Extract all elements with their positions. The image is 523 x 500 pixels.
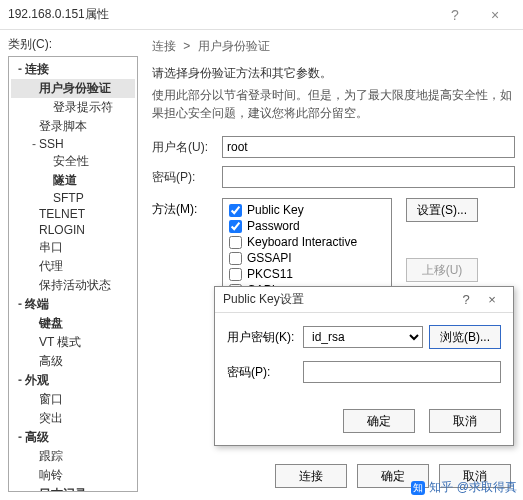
tree-node-label: 高级 bbox=[39, 354, 63, 368]
breadcrumb-current: 用户身份验证 bbox=[198, 39, 270, 53]
tree-node-label: 登录脚本 bbox=[39, 119, 87, 133]
subdlg-buttons: 确定 取消 bbox=[215, 401, 513, 445]
username-row: 用户名(U): bbox=[152, 136, 515, 158]
tree-node-label: 突出 bbox=[39, 411, 63, 425]
tree-node[interactable]: 响铃 bbox=[11, 466, 135, 485]
method-checkbox[interactable] bbox=[229, 268, 242, 281]
left-panel: 类别(C): -连接用户身份验证登录提示符登录脚本-SSH安全性隧道SFTPTE… bbox=[8, 36, 138, 492]
tree-node-label: TELNET bbox=[39, 207, 85, 221]
method-label: PKCS11 bbox=[247, 267, 293, 281]
tree-node-label: 隧道 bbox=[53, 173, 77, 187]
browse-button[interactable]: 浏览(B)... bbox=[429, 325, 501, 349]
tree-node[interactable]: 高级 bbox=[11, 352, 135, 371]
close-button[interactable]: × bbox=[475, 7, 515, 23]
method-label: Password bbox=[247, 219, 300, 233]
breadcrumb: 连接 > 用户身份验证 bbox=[152, 38, 515, 55]
method-checkbox[interactable] bbox=[229, 204, 242, 217]
tree-node-label: 串口 bbox=[39, 240, 63, 254]
tree-node[interactable]: 登录脚本 bbox=[11, 117, 135, 136]
settings-button[interactable]: 设置(S)... bbox=[406, 198, 478, 222]
method-option[interactable]: Password bbox=[229, 218, 385, 234]
methods-label: 方法(M): bbox=[152, 198, 222, 218]
method-option[interactable]: Public Key bbox=[229, 202, 385, 218]
tree-toggle-icon[interactable]: - bbox=[29, 137, 39, 151]
tree-node[interactable]: 键盘 bbox=[11, 314, 135, 333]
watermark-brand: 知乎 bbox=[429, 479, 453, 496]
tree-node[interactable]: 隧道 bbox=[11, 171, 135, 190]
subdlg-password-row: 密码(P): bbox=[227, 361, 501, 383]
hint-text: 使用此部分以节省登录时间。但是，为了最大限度地提高安全性，如果担心安全问题，建议… bbox=[152, 86, 515, 122]
tree-node-label: 终端 bbox=[25, 297, 49, 311]
subdlg-password-input[interactable] bbox=[303, 361, 501, 383]
description: 请选择身份验证方法和其它参数。 bbox=[152, 65, 515, 82]
method-checkbox[interactable] bbox=[229, 220, 242, 233]
subdlg-cancel-button[interactable]: 取消 bbox=[429, 409, 501, 433]
category-tree[interactable]: -连接用户身份验证登录提示符登录脚本-SSH安全性隧道SFTPTELNETRLO… bbox=[8, 56, 138, 492]
tree-toggle-icon[interactable]: - bbox=[15, 430, 25, 444]
tree-node[interactable]: VT 模式 bbox=[11, 333, 135, 352]
move-up-button: 上移(U) bbox=[406, 258, 478, 282]
method-option[interactable]: GSSAPI bbox=[229, 250, 385, 266]
tree-node-label: 连接 bbox=[25, 62, 49, 76]
tree-node-label: 用户身份验证 bbox=[39, 81, 111, 95]
connect-button[interactable]: 连接 bbox=[275, 464, 347, 488]
tree-node[interactable]: 保持活动状态 bbox=[11, 276, 135, 295]
watermark: 知 知乎 @求取得真 bbox=[411, 479, 517, 496]
breadcrumb-sep: > bbox=[183, 39, 190, 53]
subdlg-help-button[interactable]: ? bbox=[453, 292, 479, 307]
subdlg-close-button[interactable]: × bbox=[479, 292, 505, 307]
tree-node-label: RLOGIN bbox=[39, 223, 85, 237]
tree-toggle-icon[interactable]: - bbox=[15, 297, 25, 311]
method-label: Keyboard Interactive bbox=[247, 235, 357, 249]
tree-node-label: 窗口 bbox=[39, 392, 63, 406]
tree-node[interactable]: RLOGIN bbox=[11, 222, 135, 238]
user-key-select[interactable]: id_rsa bbox=[303, 326, 423, 348]
tree-node[interactable]: 用户身份验证 bbox=[11, 79, 135, 98]
tree-node-label: 登录提示符 bbox=[53, 100, 113, 114]
tree-node-label: 日志记录 bbox=[39, 487, 87, 492]
watermark-author: @求取得真 bbox=[457, 479, 517, 496]
method-checkbox[interactable] bbox=[229, 252, 242, 265]
subdlg-title: Public Key设置 bbox=[223, 291, 453, 308]
tree-node-label: 保持活动状态 bbox=[39, 278, 111, 292]
tree-node[interactable]: 突出 bbox=[11, 409, 135, 428]
user-key-label: 用户密钥(K): bbox=[227, 329, 297, 346]
tree-node[interactable]: SFTP bbox=[11, 190, 135, 206]
tree-node[interactable]: -外观 bbox=[11, 371, 135, 390]
tree-node-label: 代理 bbox=[39, 259, 63, 273]
window-title: 192.168.0.151属性 bbox=[8, 6, 435, 23]
tree-node-label: 外观 bbox=[25, 373, 49, 387]
tree-node[interactable]: -连接 bbox=[11, 60, 135, 79]
tree-node-label: 跟踪 bbox=[39, 449, 63, 463]
tree-node[interactable]: -SSH bbox=[11, 136, 135, 152]
method-label: GSSAPI bbox=[247, 251, 292, 265]
tree-node-label: 响铃 bbox=[39, 468, 63, 482]
tree-toggle-icon[interactable]: - bbox=[15, 62, 25, 76]
tree-node-label: SFTP bbox=[53, 191, 84, 205]
tree-node[interactable]: 日志记录 bbox=[11, 485, 135, 492]
tree-node[interactable]: 串口 bbox=[11, 238, 135, 257]
password-input[interactable] bbox=[222, 166, 515, 188]
tree-node-label: 高级 bbox=[25, 430, 49, 444]
tree-node[interactable]: TELNET bbox=[11, 206, 135, 222]
method-option[interactable]: PKCS11 bbox=[229, 266, 385, 282]
tree-node[interactable]: 跟踪 bbox=[11, 447, 135, 466]
username-input[interactable] bbox=[222, 136, 515, 158]
subdlg-ok-button[interactable]: 确定 bbox=[343, 409, 415, 433]
subdlg-password-label: 密码(P): bbox=[227, 364, 297, 381]
breadcrumb-root[interactable]: 连接 bbox=[152, 39, 176, 53]
tree-node[interactable]: 登录提示符 bbox=[11, 98, 135, 117]
password-row: 密码(P): bbox=[152, 166, 515, 188]
tree-node[interactable]: 窗口 bbox=[11, 390, 135, 409]
tree-node[interactable]: 安全性 bbox=[11, 152, 135, 171]
method-option[interactable]: Keyboard Interactive bbox=[229, 234, 385, 250]
method-checkbox[interactable] bbox=[229, 236, 242, 249]
tree-toggle-icon[interactable]: - bbox=[15, 373, 25, 387]
password-label: 密码(P): bbox=[152, 169, 222, 186]
help-button[interactable]: ? bbox=[435, 7, 475, 23]
subdlg-body: 用户密钥(K): id_rsa 浏览(B)... 密码(P): bbox=[215, 313, 513, 401]
public-key-dialog: Public Key设置 ? × 用户密钥(K): id_rsa 浏览(B)..… bbox=[214, 286, 514, 446]
tree-node[interactable]: -高级 bbox=[11, 428, 135, 447]
tree-node[interactable]: -终端 bbox=[11, 295, 135, 314]
tree-node[interactable]: 代理 bbox=[11, 257, 135, 276]
